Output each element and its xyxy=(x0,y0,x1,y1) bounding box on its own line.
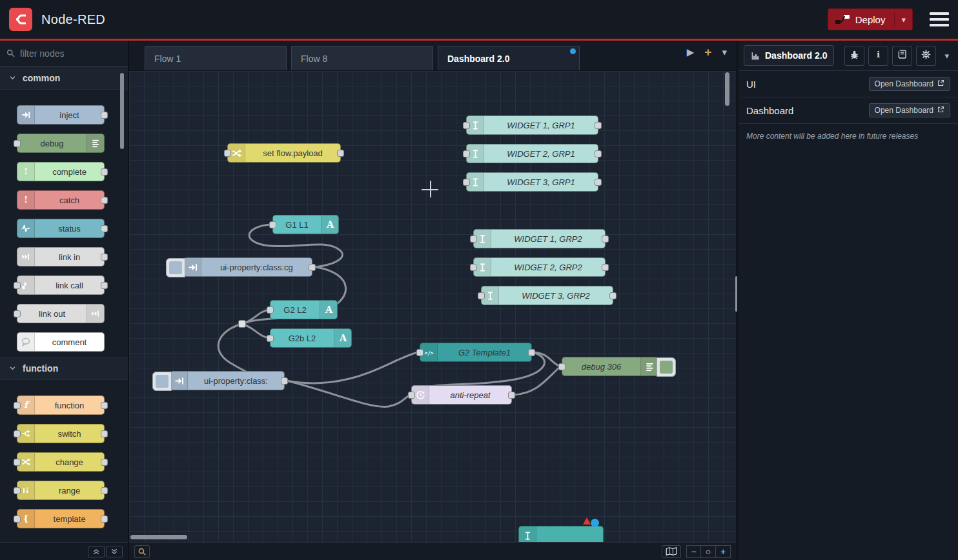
input-port[interactable] xyxy=(463,150,470,157)
wire-antirepeat-to-debug[interactable] xyxy=(513,366,560,395)
input-port[interactable] xyxy=(14,402,21,409)
flow-list-button[interactable]: ▾ xyxy=(722,46,727,58)
output-port[interactable] xyxy=(508,392,515,399)
palette-node-range[interactable]: range xyxy=(17,481,105,500)
palette-node-function[interactable]: ffunction xyxy=(17,395,105,415)
node-g1-l1[interactable]: G1 L1A xyxy=(272,215,339,234)
output-port[interactable] xyxy=(595,122,602,129)
output-port[interactable] xyxy=(528,349,535,356)
sidebar-menu-caret-icon[interactable]: ▾ xyxy=(944,51,953,61)
wire-junction[interactable] xyxy=(238,320,246,328)
node-clipped-bottom-node[interactable] xyxy=(518,526,604,542)
palette-expand-all-button[interactable] xyxy=(106,546,123,557)
output-port[interactable] xyxy=(602,264,609,271)
output-port[interactable] xyxy=(101,459,108,466)
output-port[interactable] xyxy=(602,235,609,243)
wire-junction-to-g2l2[interactable] xyxy=(242,310,270,324)
inject-button[interactable] xyxy=(152,372,172,391)
zoom-reset-button[interactable]: ○ xyxy=(701,545,716,558)
palette-category-function[interactable]: function xyxy=(0,357,128,380)
palette-node-inject[interactable]: inject xyxy=(17,105,105,125)
add-flow-button[interactable]: + xyxy=(704,45,711,59)
sidebar-book-button[interactable] xyxy=(892,46,912,66)
input-port[interactable] xyxy=(463,122,470,129)
input-port[interactable] xyxy=(14,430,21,437)
input-port[interactable] xyxy=(14,140,21,147)
flow-tab-flow-1[interactable]: Flow 1 xyxy=(145,46,287,70)
output-port[interactable] xyxy=(101,197,108,204)
input-port[interactable] xyxy=(224,150,231,157)
output-port[interactable] xyxy=(101,282,108,289)
palette-node-link-call[interactable]: link call xyxy=(17,275,105,295)
sidebar-info-button[interactable]: i xyxy=(868,46,888,66)
output-port[interactable] xyxy=(281,377,288,385)
node-widget-2-grp2[interactable]: WIDGET 2, GRP2 xyxy=(473,257,606,277)
tab-scroll-right-button[interactable]: ▶ xyxy=(687,46,695,58)
sidebar-tab-dashboard[interactable]: Dashboard 2.0 xyxy=(744,45,834,66)
palette-node-change[interactable]: change xyxy=(17,452,105,472)
output-port[interactable] xyxy=(101,112,108,119)
input-port[interactable] xyxy=(463,179,470,186)
wire-inject2-to-antirepeat[interactable] xyxy=(287,381,410,406)
input-port[interactable] xyxy=(478,292,485,299)
sidebar-gear-button[interactable] xyxy=(916,46,936,66)
debug-toggle-button[interactable] xyxy=(657,357,676,377)
main-menu-button[interactable] xyxy=(930,12,949,26)
canvas-horizontal-scrollbar[interactable] xyxy=(130,535,187,539)
open-dashboard-button[interactable]: Open Dashboard xyxy=(869,77,950,91)
node-inject-ui-property-cg[interactable]: ui-property:class:cg xyxy=(183,257,312,277)
input-port[interactable] xyxy=(269,221,276,228)
input-port[interactable] xyxy=(416,349,423,356)
output-port[interactable] xyxy=(309,264,316,271)
zoom-out-button[interactable]: − xyxy=(686,545,701,558)
input-port[interactable] xyxy=(558,363,566,370)
palette-node-comment[interactable]: comment xyxy=(17,332,105,352)
palette-node-status[interactable]: status xyxy=(17,219,105,238)
flow-canvas[interactable]: set flow.payloadWIDGET 1, GRP1WIDGET 2, … xyxy=(129,71,736,542)
input-port[interactable] xyxy=(14,310,21,317)
palette-node-catch[interactable]: !catch xyxy=(17,190,105,210)
node-set-flow-payload[interactable]: set flow.payload xyxy=(227,143,341,163)
navigator-toggle-button[interactable] xyxy=(662,545,681,558)
palette-collapse-all-button[interactable] xyxy=(88,546,105,557)
flow-tab-flow-8[interactable]: Flow 8 xyxy=(291,46,433,70)
input-port[interactable] xyxy=(14,459,21,466)
input-port[interactable] xyxy=(408,392,415,399)
output-port[interactable] xyxy=(595,150,602,157)
node-g2-template1[interactable]: </>G2 Template1 xyxy=(420,343,532,362)
palette-scrollbar[interactable] xyxy=(120,73,124,149)
palette-node-debug[interactable]: debug xyxy=(17,134,105,153)
deploy-caret-icon[interactable]: ▾ xyxy=(901,15,906,25)
output-port[interactable] xyxy=(101,430,108,437)
canvas-search-button[interactable] xyxy=(134,545,150,558)
node-debug-306[interactable]: debug 306 xyxy=(562,357,658,376)
output-port[interactable] xyxy=(337,150,344,157)
input-port[interactable] xyxy=(470,264,477,271)
sidebar-bug-button[interactable] xyxy=(844,46,864,66)
input-port[interactable] xyxy=(470,235,477,243)
input-port[interactable] xyxy=(267,306,274,314)
output-port[interactable] xyxy=(101,254,108,261)
sidebar-resize-handle[interactable] xyxy=(735,276,737,312)
output-port[interactable] xyxy=(101,168,108,175)
input-port[interactable] xyxy=(14,487,21,494)
inject-button[interactable] xyxy=(166,258,185,277)
palette-node-template[interactable]: {template xyxy=(17,509,105,528)
palette-category-common[interactable]: common xyxy=(0,66,128,90)
palette-node-complete[interactable]: !complete xyxy=(17,162,105,181)
node-widget-2-grp1[interactable]: WIDGET 2, GRP1 xyxy=(466,144,598,163)
node-widget-1-grp1[interactable]: WIDGET 1, GRP1 xyxy=(466,115,598,135)
output-port[interactable] xyxy=(101,402,108,409)
flow-tab-dashboard-2-0[interactable]: Dashboard 2.0 xyxy=(438,46,580,70)
palette-search-input[interactable]: filter nodes xyxy=(0,41,128,66)
node-widget-3-grp1[interactable]: WIDGET 3, GRP1 xyxy=(466,172,598,192)
node-anti-repeat[interactable]: anti-repeat xyxy=(411,385,512,405)
output-port[interactable] xyxy=(101,487,108,494)
palette-node-link-out[interactable]: link out xyxy=(17,304,105,323)
input-port[interactable] xyxy=(14,282,21,289)
output-port[interactable] xyxy=(609,292,617,299)
wire-inject2-to-template[interactable] xyxy=(287,352,418,383)
open-dashboard-button[interactable]: Open Dashboard xyxy=(869,103,950,117)
input-port[interactable] xyxy=(267,335,274,342)
palette-node-link-in[interactable]: link in xyxy=(17,247,105,266)
